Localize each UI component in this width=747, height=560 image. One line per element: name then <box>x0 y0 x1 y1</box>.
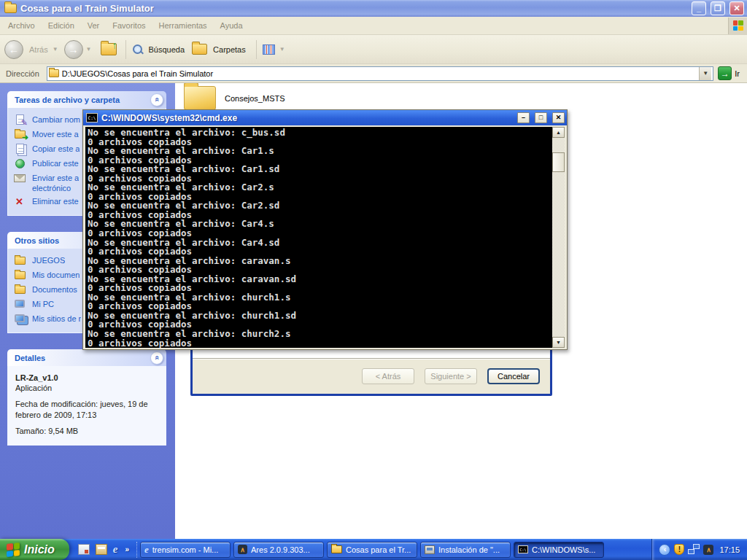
network-tray-icon[interactable] <box>688 544 700 555</box>
folder-icon <box>184 86 216 110</box>
internet-explorer-icon: e <box>144 545 149 554</box>
folders-icon[interactable] <box>192 44 207 55</box>
taskbar-button-trensim[interactable]: e trensim.com - Mi... <box>140 542 231 558</box>
search-icon[interactable] <box>132 44 144 55</box>
address-label: Dirección <box>3 69 42 78</box>
address-folder-icon <box>49 69 59 77</box>
start-button[interactable]: Inicio <box>0 539 69 560</box>
cmd-titlebar[interactable]: C:\ C:\WINDOWS\system32\cmd.exe – □ ✕ <box>83 110 567 125</box>
forward-button[interactable]: → <box>64 40 83 59</box>
go-label: Ir <box>735 69 740 78</box>
installer-button-row: < Atrás Siguiente > Cancelar <box>193 359 550 394</box>
collapse-chevron-icon[interactable]: « <box>150 351 163 365</box>
ares-icon: ∧ <box>238 545 247 554</box>
menu-item[interactable]: Ver <box>81 18 107 33</box>
address-bar: Dirección D:\JUEGOS\Cosas para el Train … <box>0 64 747 83</box>
search-label[interactable]: Búsqueda <box>149 45 185 54</box>
toolbar-separator <box>125 40 126 59</box>
details-file-type: Aplicación <box>15 384 160 393</box>
network-places-icon <box>14 314 27 325</box>
tray-collapse-chevron-icon[interactable]: ‹ <box>659 544 670 556</box>
details-panel: Detalles « LR-Za_v1.0 Aplicación Fecha d… <box>7 349 166 446</box>
taskbar-button-cmd[interactable]: C:\ C:\WINDOWS\s... <box>514 542 604 558</box>
explorer-titlebar[interactable]: Cosas para el Train Simulator _ ❐ ✕ <box>0 0 747 17</box>
folder-icon <box>331 545 342 553</box>
scroll-up-button[interactable]: ▲ <box>552 127 565 138</box>
back-label: Atrás <box>29 45 48 54</box>
scroll-down-button[interactable]: ▼ <box>552 337 565 348</box>
file-item-label: Consejos_MSTS <box>225 94 285 103</box>
installer-icon <box>425 545 435 554</box>
desktop: Cosas para el Train Simulator _ ❐ ✕ Arch… <box>0 0 747 560</box>
forward-dropdown-icon[interactable]: ▼ <box>86 46 92 52</box>
rename-icon: ✎ <box>14 114 27 126</box>
details-size: Tamaño: 9,54 MB <box>15 427 160 436</box>
windows-logo-icon <box>728 18 747 34</box>
menu-bar: Archivo Edición Ver Favoritos Herramient… <box>0 17 747 35</box>
views-icon[interactable] <box>263 44 275 55</box>
details-modified2: febrero de 2009, 17:13 <box>15 411 160 420</box>
quicklaunch-icon-1[interactable] <box>78 544 90 555</box>
taskbar-buttons: e trensim.com - Mi... ∧ Ares 2.0.9.303..… <box>137 542 651 558</box>
views-dropdown-icon[interactable]: ▼ <box>279 46 285 52</box>
menu-item[interactable]: Archivo <box>1 18 42 33</box>
details-file-name: LR-Za_v1.0 <box>15 373 160 382</box>
address-path: D:\JUEGOS\Cosas para el Train Simulator <box>62 69 696 78</box>
back-button[interactable]: ← <box>4 40 23 59</box>
console-output[interactable]: No se encuentra el archivo: c_bus.sd0 ar… <box>85 127 552 348</box>
wizard-next-button[interactable]: Siguiente > <box>425 368 477 384</box>
move-icon: ➜ <box>14 129 27 141</box>
cmd-scrollbar[interactable]: ▲ ▼ <box>552 127 565 348</box>
taskbar-clock[interactable]: 17:15 <box>719 545 740 554</box>
folder-icon <box>14 284 27 296</box>
internet-explorer-icon[interactable]: e <box>113 544 118 555</box>
computer-icon <box>14 299 27 311</box>
minimize-button[interactable]: _ <box>692 1 706 15</box>
menu-item[interactable]: Favoritos <box>106 18 152 33</box>
menu-item[interactable]: Ayuda <box>214 18 249 33</box>
menu-item[interactable]: Edición <box>42 18 81 33</box>
wizard-back-button[interactable]: < Atrás <box>362 368 414 384</box>
cmd-icon: C:\ <box>86 113 98 122</box>
cmd-maximize-button[interactable]: □ <box>535 112 547 123</box>
quick-launch: e » <box>69 542 137 558</box>
system-tray: ‹ ! ∧ 17:15 <box>651 539 747 560</box>
quicklaunch-overflow-chevron[interactable]: » <box>125 545 129 553</box>
taskbar-button-installer[interactable]: Instalación de "... <box>420 542 511 558</box>
file-tasks-header[interactable]: Tareas de archivo y carpeta « <box>7 91 166 108</box>
cmd-icon: C:\ <box>518 545 528 553</box>
taskbar: Inicio e » e trensim.com - Mi... ∧ Ares … <box>0 539 747 560</box>
taskbar-button-ares[interactable]: ∧ Ares 2.0.9.303... <box>233 542 324 558</box>
scrollbar-thumb[interactable] <box>552 152 565 172</box>
close-button[interactable]: ✕ <box>729 1 744 15</box>
cmd-minimize-button[interactable]: – <box>517 112 530 123</box>
folder-window-icon <box>4 4 17 13</box>
go-button[interactable]: → Ir <box>718 66 744 80</box>
details-header[interactable]: Detalles « <box>7 349 166 366</box>
restore-button[interactable]: ❐ <box>711 1 725 15</box>
email-icon <box>14 173 27 184</box>
quicklaunch-icon-2[interactable] <box>96 544 107 555</box>
toolbar-separator <box>256 40 257 59</box>
windows-flag-icon <box>7 542 20 557</box>
collapse-chevron-icon[interactable]: « <box>150 93 163 106</box>
file-item-consejos[interactable]: Consejos_MSTS <box>184 86 285 110</box>
ares-tray-icon[interactable]: ∧ <box>703 545 713 555</box>
window-title: Cosas para el Train Simulator <box>20 3 687 14</box>
cmd-client: No se encuentra el archivo: c_bus.sd0 ar… <box>85 127 565 348</box>
folders-label[interactable]: Carpetas <box>213 45 246 54</box>
cmd-window: C:\ C:\WINDOWS\system32\cmd.exe – □ ✕ No… <box>82 109 568 350</box>
details-modified: Fecha de modificación: jueves, 19 de <box>15 400 160 409</box>
console-line: 0 archivos copiados <box>88 339 552 348</box>
go-arrow-icon: → <box>718 66 732 80</box>
menu-item[interactable]: Herramientas <box>152 18 214 33</box>
taskbar-button-explorer[interactable]: Cosas para el Tr... <box>327 542 417 558</box>
cmd-close-button[interactable]: ✕ <box>552 112 565 123</box>
wizard-cancel-button[interactable]: Cancelar <box>487 368 540 384</box>
folder-icon <box>14 255 27 267</box>
back-dropdown-icon[interactable]: ▼ <box>53 46 58 52</box>
security-shield-icon[interactable]: ! <box>674 544 684 555</box>
up-folder-button[interactable]: ↑ <box>101 43 117 55</box>
address-input[interactable]: D:\JUEGOS\Cosas para el Train Simulator … <box>47 66 713 81</box>
address-dropdown-button[interactable]: ▼ <box>699 67 711 80</box>
